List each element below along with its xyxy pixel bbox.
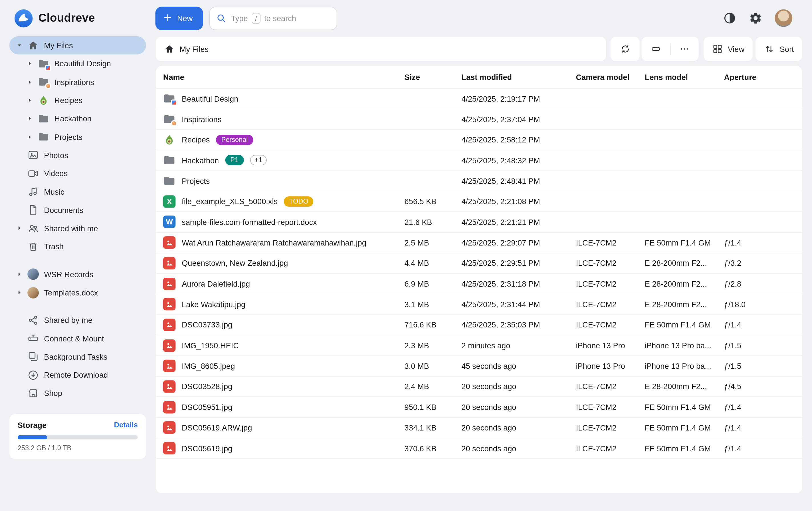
table-row[interactable]: Wsample-files.com-formatted-report.docx2… [156, 212, 802, 233]
folder-design-icon [37, 57, 50, 70]
table-row[interactable]: Lake Wakatipu.jpg3.1 MB4/25/2025, 2:31:4… [156, 294, 802, 315]
file-name-cell: RecipesPersonal [163, 134, 405, 146]
folder-people-icon [163, 113, 176, 125]
caret-right-icon[interactable] [26, 60, 37, 68]
sidebar-item-label: Trash [44, 242, 64, 251]
new-button[interactable]: New [155, 6, 203, 30]
aperture: ƒ/4.5 [724, 382, 802, 391]
sidebar-item-documents[interactable]: Documents [9, 201, 146, 219]
sidebar-item-connect-mount[interactable]: Connect & Mount [9, 329, 146, 347]
sidebar-item-shop[interactable]: Shop [9, 384, 146, 402]
aperture: ƒ/1.4 [724, 238, 802, 247]
table-row[interactable]: IMG_1950.HEIC2.3 MB2 minutes agoiPhone 1… [156, 335, 802, 356]
table-row[interactable]: RecipesPersonal4/25/2025, 2:58:12 PM [156, 130, 802, 150]
sidebar-item-hackathon[interactable]: Hackathon [9, 109, 146, 127]
sort-button[interactable]: Sort [756, 37, 802, 61]
caret-right-icon[interactable] [26, 96, 37, 105]
folder-icon [37, 112, 50, 125]
sidebar-item-videos[interactable]: Videos [9, 165, 146, 183]
table-row[interactable]: DSC05619.ARW.jpg334.1 KB20 seconds agoIL… [156, 418, 802, 438]
table-header: NameSizeLast modifiedCamera modelLens mo… [156, 66, 802, 89]
sidebar-item-background-tasks[interactable]: Background Tasks [9, 347, 146, 366]
sidebar-item-photos[interactable]: Photos [9, 146, 146, 164]
topbar-actions [723, 9, 792, 27]
sidebar-item-shared-with-me[interactable]: Shared with me [9, 219, 146, 237]
file-name-cell: Inspirations [163, 113, 405, 125]
storage-details-link[interactable]: Details [114, 421, 138, 429]
column-header-last-modified[interactable]: Last modified [461, 73, 576, 81]
table-row[interactable]: Aurora Dalefield.jpg6.9 MB4/25/2025, 2:3… [156, 274, 802, 294]
table-row[interactable]: Queenstown, New Zealand.jpg4.4 MB4/25/20… [156, 253, 802, 274]
table-row[interactable]: DSC03733.jpg716.6 KB4/25/2025, 2:35:03 P… [156, 315, 802, 335]
sidebar-item-templates-docx[interactable]: Templates.docx [9, 283, 146, 302]
sidebar-item-wsr-records[interactable]: WSR Records [9, 265, 146, 283]
sidebar-item-projects[interactable]: Projects [9, 127, 146, 146]
table-row[interactable]: Wat Arun Ratchawararam Ratchawaramahawih… [156, 233, 802, 253]
column-header-name[interactable]: Name [163, 73, 405, 81]
camera-model: ILCE-7CM2 [576, 238, 644, 247]
brand[interactable]: Cloudreve [14, 8, 155, 28]
search-input[interactable]: Type / to search [209, 6, 337, 30]
table-row[interactable]: DSC05619.jpg370.6 KB20 seconds agoILCE-7… [156, 438, 802, 459]
image-icon [163, 380, 176, 393]
pagination-button[interactable] [642, 37, 670, 61]
table-row[interactable]: HackathonP1+14/25/2025, 2:48:32 PM [156, 150, 802, 171]
table-row[interactable]: Xfile_example_XLS_5000.xlsTODO656.5 KB4/… [156, 192, 802, 212]
image-icon [163, 298, 176, 311]
sidebar-item-label: Shop [44, 389, 62, 398]
settings-gear-button[interactable] [749, 11, 762, 25]
image-icon [163, 278, 176, 290]
toolbar: My Files View [156, 37, 802, 61]
sidebar-item-music[interactable]: Music [9, 183, 146, 201]
aperture: ƒ/1.4 [724, 444, 802, 453]
breadcrumb[interactable]: My Files [156, 37, 606, 61]
table-row[interactable]: Projects4/25/2025, 2:48:41 PM [156, 171, 802, 192]
sidebar-item-remote-download[interactable]: Remote Download [9, 366, 146, 384]
column-header-size[interactable]: Size [405, 73, 462, 81]
caret-right-icon[interactable] [26, 114, 37, 123]
slash-key-badge: / [251, 12, 260, 23]
file-name: Aurora Dalefield.jpg [182, 279, 250, 288]
file-name: DSC03733.jpg [182, 320, 232, 329]
column-header-aperture[interactable]: Aperture [724, 73, 802, 81]
caret-right-icon[interactable] [16, 224, 27, 232]
table-row[interactable]: Beautiful Design4/25/2025, 2:19:17 PM [156, 88, 802, 109]
refresh-button[interactable] [611, 37, 640, 61]
user-avatar[interactable] [775, 9, 792, 27]
more-options-button[interactable] [670, 37, 699, 61]
lens-model: FE 50mm F1.4 GM [645, 403, 724, 411]
file-name-cell: DSC03733.jpg [163, 319, 405, 331]
theme-toggle-button[interactable] [723, 11, 736, 25]
sidebar-item-beautiful-design[interactable]: Beautiful Design [9, 55, 146, 73]
table-row[interactable]: Inspirations4/25/2025, 2:37:04 PM [156, 109, 802, 130]
sidebar-item-recipes[interactable]: Recipes [9, 91, 146, 109]
file-size: 3.1 MB [405, 300, 462, 309]
column-header-camera-model[interactable]: Camera model [576, 73, 644, 81]
lens-model: FE 50mm F1.4 GM [645, 423, 724, 432]
last-modified: 4/25/2025, 2:35:03 PM [461, 320, 576, 329]
storage-progress-fill [18, 435, 47, 439]
sidebar-item-trash[interactable]: Trash [9, 237, 146, 256]
view-button[interactable]: View [704, 37, 753, 61]
caret-right-icon[interactable] [16, 288, 27, 296]
table-row[interactable]: IMG_8605.jpeg3.0 MB45 seconds agoiPhone … [156, 356, 802, 376]
caret-right-icon[interactable] [26, 133, 37, 141]
last-modified: 20 seconds ago [461, 423, 576, 432]
file-size: 716.6 KB [405, 320, 462, 329]
table-row[interactable]: DSC03528.jpg2.4 MB20 seconds agoILCE-7CM… [156, 376, 802, 397]
column-header-lens-model[interactable]: Lens model [645, 73, 724, 81]
table-row[interactable]: DSC05951.jpg950.1 KB20 seconds agoILCE-7… [156, 397, 802, 418]
sidebar-item-inspirations[interactable]: Inspirations [9, 73, 146, 91]
caret-right-icon[interactable] [16, 270, 27, 278]
file-size: 2.5 MB [405, 238, 462, 247]
caret-right-icon[interactable] [26, 78, 37, 86]
sidebar-item-my-files[interactable]: My Files [9, 36, 146, 55]
shop-icon [27, 387, 39, 400]
sidebar-item-shared-by-me[interactable]: Shared by me [9, 311, 146, 329]
photos-icon [27, 149, 39, 162]
last-modified: 4/25/2025, 2:19:17 PM [461, 94, 576, 103]
caret-down-icon[interactable] [16, 41, 27, 50]
file-name: sample-files.com-formatted-report.docx [182, 218, 317, 226]
aperture: ƒ/2.8 [724, 279, 802, 288]
file-size: 2.3 MB [405, 341, 462, 350]
